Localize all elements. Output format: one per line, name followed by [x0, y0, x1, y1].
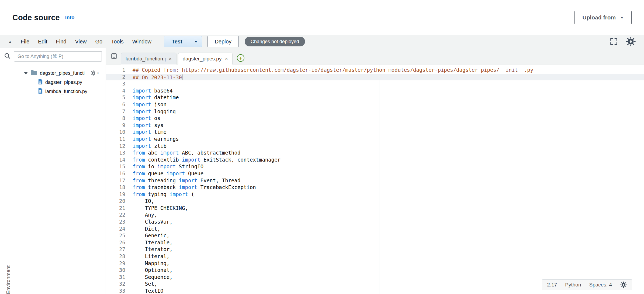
test-split-button: Test ▼	[164, 36, 202, 47]
folder-name: dagster_pipes_function	[40, 70, 85, 76]
code-line: 27 Iterator,	[106, 246, 644, 253]
line-number: 7	[106, 108, 125, 115]
tab-list-icon[interactable]	[111, 53, 117, 60]
statusbar-gear-icon[interactable]	[620, 281, 627, 288]
code-line: 19from typing import (	[106, 191, 644, 198]
code-line: 11import warnings	[106, 136, 644, 143]
menu-tools[interactable]: Tools	[107, 35, 128, 48]
code-line: 22 Any,	[106, 211, 644, 218]
line-number: 29	[106, 260, 125, 267]
code-line: 24 Dict,	[106, 225, 644, 233]
code-line: 12import zlib	[106, 143, 644, 150]
line-number: 3	[106, 80, 125, 87]
deploy-status-badge: Changes not deployed	[245, 37, 305, 46]
close-icon[interactable]: ×	[225, 56, 228, 61]
code-line: 2## On 2023-11-30	[106, 74, 644, 81]
code-line: 18from traceback import TracebackExcepti…	[106, 184, 644, 191]
panel-header: Code source Info Upload from ▼	[0, 0, 644, 35]
deploy-button[interactable]: Deploy	[207, 36, 239, 47]
upload-from-label: Upload from	[582, 14, 616, 21]
info-link[interactable]: Info	[65, 15, 75, 20]
line-number: 13	[106, 149, 125, 156]
tab-label: dagster_pipes.py	[183, 56, 222, 62]
code-line: 15from io import StringIO	[106, 163, 644, 170]
menu-view[interactable]: View	[71, 35, 91, 48]
test-button[interactable]: Test	[164, 36, 190, 47]
line-number: 21	[106, 205, 125, 212]
code-line: 25 Generic,	[106, 232, 644, 239]
line-number: 27	[106, 246, 125, 253]
code-line: 8import os	[106, 115, 644, 122]
line-number: 6	[106, 101, 125, 108]
line-number: 2	[106, 74, 125, 81]
code-lines: 1## Copied from: https://raw.githubuserc…	[106, 67, 644, 294]
code-line: 4import base64	[106, 87, 644, 94]
settings-gear-icon[interactable]	[626, 36, 636, 47]
code-line: 21 TYPE_CHECKING,	[106, 205, 644, 212]
line-number: 10	[106, 129, 125, 136]
caret-down-icon: ▼	[194, 40, 198, 44]
line-number: 1	[106, 67, 125, 74]
code-line: 13from abc import ABC, abstractmethod	[106, 149, 644, 156]
tree-file-lambda-function[interactable]: lambda_function.py	[17, 87, 106, 96]
code-editor[interactable]: 1## Copied from: https://raw.githubuserc…	[106, 64, 644, 294]
code-line: 30 Optional,	[106, 267, 644, 274]
code-line: 9import sys	[106, 122, 644, 129]
lambda-code-editor: Code source Info Upload from ▼ ▲ File Ed…	[0, 0, 644, 294]
code-line: 29 Mapping,	[106, 260, 644, 267]
environment-tab[interactable]: Environment	[6, 70, 11, 294]
line-number: 25	[106, 232, 125, 239]
content-area: Environment dagster_pipes_function	[0, 48, 644, 294]
upload-from-button[interactable]: Upload from ▼	[574, 11, 632, 24]
line-number: 14	[106, 156, 125, 163]
spaces-setting[interactable]: Spaces: 4	[589, 281, 612, 288]
menu-edit[interactable]: Edit	[34, 35, 51, 48]
line-number: 8	[106, 115, 125, 122]
add-tab-icon[interactable]: +	[237, 54, 244, 62]
menu-file[interactable]: File	[16, 35, 34, 48]
line-number: 15	[106, 163, 125, 170]
editor-column: lambda_function.py × dagster_pipes.py × …	[106, 48, 644, 294]
tab-lambda-function[interactable]: lambda_function.py ×	[121, 53, 176, 64]
line-number: 11	[106, 136, 125, 143]
tab-dagster-pipes[interactable]: dagster_pipes.py ×	[178, 53, 233, 64]
goto-anything-row	[0, 48, 106, 64]
menu-find[interactable]: Find	[52, 35, 71, 48]
line-number: 20	[106, 198, 125, 205]
line-number: 30	[106, 267, 125, 274]
line-number: 12	[106, 143, 125, 150]
test-dropdown-button[interactable]: ▼	[190, 36, 202, 47]
tree-file-dagster-pipes[interactable]: dagster_pipes.py	[17, 78, 106, 87]
fullscreen-icon[interactable]	[610, 37, 618, 46]
code-line: 14from contextlib import ExitStack, cont…	[106, 156, 644, 163]
menu-go[interactable]: Go	[91, 35, 107, 48]
collapse-toolbar-icon[interactable]: ▲	[8, 39, 12, 44]
line-number: 18	[106, 184, 125, 191]
menu-window[interactable]: Window	[128, 35, 156, 48]
file-tree: dagster_pipes_function	[17, 69, 106, 96]
line-number: 22	[106, 211, 125, 218]
menubar-right-icons	[610, 36, 638, 47]
folder-settings-button[interactable]: ▾	[90, 70, 99, 76]
code-line: 10import time	[106, 129, 644, 136]
line-number: 16	[106, 170, 125, 177]
code-line: 16from queue import Queue	[106, 170, 644, 177]
file-name: dagster_pipes.py	[45, 80, 82, 85]
caret-down-icon: ▾	[97, 71, 99, 75]
tab-label: lambda_function.py	[126, 56, 165, 62]
page-title: Code source	[12, 13, 60, 22]
cursor-position[interactable]: 2:17	[547, 281, 557, 288]
tree-folder-row[interactable]: dagster_pipes_function	[17, 69, 106, 78]
line-number: 4	[106, 87, 125, 94]
goto-anything-input[interactable]	[14, 51, 102, 61]
chevron-down-icon[interactable]	[24, 72, 28, 74]
language-mode[interactable]: Python	[565, 281, 581, 288]
code-line: 28 Literal,	[106, 253, 644, 260]
line-number: 28	[106, 253, 125, 260]
close-icon[interactable]: ×	[169, 56, 172, 61]
line-number: 17	[106, 177, 125, 184]
line-number: 33	[106, 288, 125, 294]
line-number: 24	[106, 225, 125, 233]
folder-icon	[30, 70, 37, 77]
code-line: 23 ClassVar,	[106, 218, 644, 225]
